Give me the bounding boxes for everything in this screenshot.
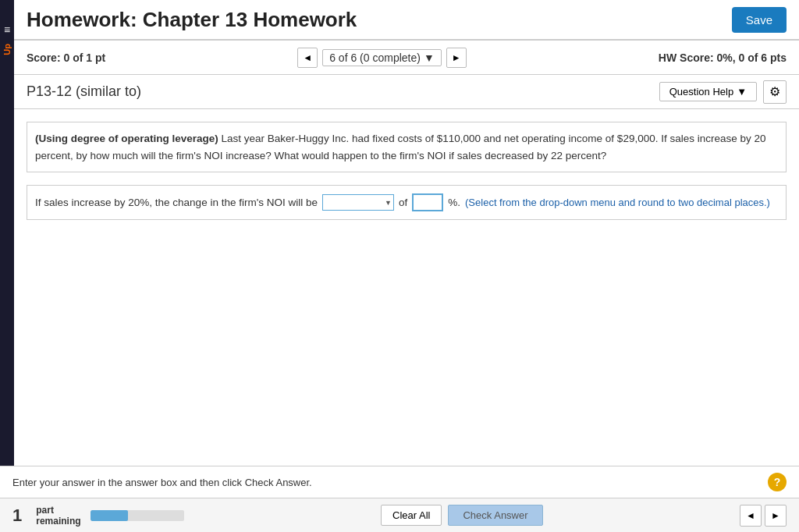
direction-dropdown[interactable]: an increase a decrease bbox=[322, 194, 394, 211]
help-label: Question Help bbox=[669, 86, 733, 98]
score-bar: Score: 0 of 1 pt ◄ 6 of 6 (0 complete) ▼… bbox=[14, 41, 799, 75]
noi-percentage-input[interactable] bbox=[412, 193, 443, 211]
problem-tools: Question Help ▼ ⚙ bbox=[659, 80, 787, 104]
save-button[interactable]: Save bbox=[732, 7, 787, 33]
prev-question-button[interactable]: ◄ bbox=[297, 48, 318, 68]
question-row: If sales increase by 20%, the change in … bbox=[27, 185, 787, 220]
hw-score-label: HW Score: bbox=[659, 51, 714, 64]
percent-label: %. bbox=[448, 197, 460, 208]
score-display: Score: 0 of 1 pt bbox=[27, 51, 105, 64]
page-title: Homework: Chapter 13 Homework bbox=[27, 8, 357, 32]
problem-title: P13-12 (similar to) bbox=[27, 83, 141, 100]
bottom-next-button[interactable]: ► bbox=[765, 505, 787, 527]
header: Homework: Chapter 13 Homework Save bbox=[14, 0, 799, 41]
part-text: part bbox=[36, 505, 80, 516]
hw-score-display: HW Score: 0%, 0 of 6 pts bbox=[659, 51, 787, 64]
next-question-button[interactable]: ► bbox=[446, 48, 467, 68]
menu-icon[interactable]: ≡ bbox=[4, 23, 10, 36]
question-prefix: If sales increase by 20%, the change in … bbox=[35, 197, 318, 208]
bottom-bar: 1 part remaining Clear All Check Answer … bbox=[0, 498, 799, 532]
progress-bar-inner bbox=[91, 510, 128, 521]
check-answer-button[interactable]: Check Answer bbox=[448, 505, 542, 526]
direction-dropdown-wrapper: an increase a decrease bbox=[322, 194, 394, 211]
score-label: Score: bbox=[27, 51, 61, 64]
question-nav-label[interactable]: 6 of 6 (0 complete) ▼ bbox=[322, 49, 442, 66]
status-bar: Enter your answer in the answer box and … bbox=[0, 466, 799, 498]
progress-bar-container bbox=[91, 510, 184, 521]
help-dropdown-icon: ▼ bbox=[737, 86, 747, 98]
instruction-text: Enter your answer in the answer box and … bbox=[12, 477, 312, 488]
hint-text: (Select from the drop-down menu and roun… bbox=[465, 197, 770, 208]
settings-button[interactable]: ⚙ bbox=[763, 80, 787, 104]
nav-current-text: 6 of 6 (0 complete) bbox=[329, 51, 421, 64]
score-value: 0 of 1 pt bbox=[63, 51, 105, 64]
sidebar-up-label[interactable]: Up bbox=[2, 44, 12, 55]
hw-score-value: 0%, 0 of 6 pts bbox=[717, 51, 787, 64]
problem-text: (Using degree of operating leverage) Las… bbox=[27, 122, 787, 172]
question-help-button[interactable]: Question Help ▼ bbox=[659, 82, 757, 101]
left-sidebar: ≡ Up bbox=[0, 0, 14, 532]
help-circle-button[interactable]: ? bbox=[768, 473, 787, 491]
bottom-left: 1 part remaining bbox=[12, 505, 184, 527]
bottom-center: Clear All Check Answer bbox=[381, 505, 543, 526]
part-number: 1 bbox=[12, 505, 22, 526]
problem-bold-text: (Using degree of operating leverage) bbox=[35, 133, 218, 144]
remaining-text: remaining bbox=[36, 516, 80, 527]
nav-dropdown-icon: ▼ bbox=[424, 51, 435, 64]
main-content: (Using degree of operating leverage) Las… bbox=[14, 109, 799, 484]
score-nav: ◄ 6 of 6 (0 complete) ▼ ► bbox=[297, 48, 467, 68]
progress-bar-outer bbox=[91, 510, 184, 521]
problem-header: P13-12 (similar to) Question Help ▼ ⚙ bbox=[14, 75, 799, 109]
of-label: of bbox=[399, 197, 407, 208]
part-label: part remaining bbox=[36, 505, 80, 527]
bottom-prev-button[interactable]: ◄ bbox=[740, 505, 762, 527]
clear-all-button[interactable]: Clear All bbox=[381, 505, 442, 526]
bottom-right: ◄ ► bbox=[740, 505, 787, 527]
